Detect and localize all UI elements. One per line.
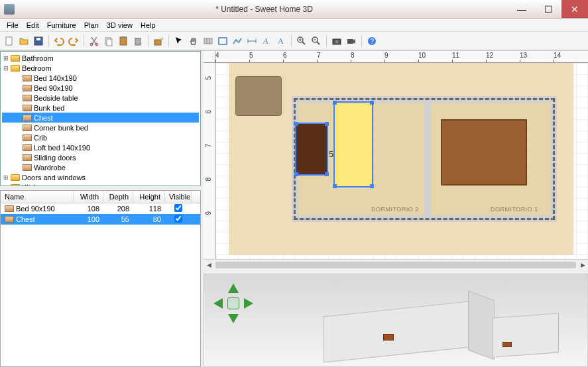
minimize-button[interactable]: — <box>508 0 535 18</box>
selected-bed[interactable] <box>333 101 373 187</box>
save-button[interactable] <box>32 34 45 48</box>
video-button[interactable] <box>345 34 358 48</box>
select-tool[interactable] <box>172 34 186 48</box>
furniture-row[interactable]: Bed 90x190108208118 <box>1 203 200 214</box>
furniture-icon <box>22 103 32 113</box>
tree-item-corner-bunk-bed[interactable]: Corner bunk bed <box>2 123 199 132</box>
svg-text:A: A <box>263 36 268 46</box>
nav-right-icon[interactable] <box>244 298 253 309</box>
col-name-header[interactable]: Name <box>1 191 74 203</box>
ruler-tick: 6 <box>205 110 212 114</box>
furniture-row[interactable]: Chest1005580 <box>1 214 200 225</box>
ruler-corner <box>204 51 215 62</box>
expand-icon[interactable]: ⊞ <box>2 174 10 181</box>
redo-button[interactable] <box>67 34 80 48</box>
room-tool[interactable] <box>216 34 229 48</box>
copy-button[interactable] <box>102 34 115 48</box>
plan-h-scrollbar[interactable]: ◀ ▶ <box>204 259 588 270</box>
furniture-icon <box>22 133 32 142</box>
nav-down-icon[interactable] <box>228 314 239 323</box>
tree-item-bathroom[interactable]: ⊞Bathroom <box>2 53 199 63</box>
cut-button[interactable] <box>88 34 101 48</box>
svg-rect-9 <box>135 38 141 45</box>
open-button[interactable] <box>17 34 30 48</box>
tree-item-label: Doors and windows <box>22 174 86 182</box>
app-window: * Untitled - Sweet Home 3D — ☐ ✕ FileEdi… <box>0 0 588 367</box>
pan-tool[interactable] <box>187 34 200 48</box>
photo-button[interactable] <box>330 34 343 48</box>
text-tool-2[interactable]: A <box>274 34 288 48</box>
tree-item-bed-140-190[interactable]: Bed 140x190 <box>2 73 199 83</box>
polyline-tool[interactable] <box>231 34 244 48</box>
furniture-list-header[interactable]: Name Width Depth Height Visible <box>1 191 200 203</box>
visible-checkbox[interactable] <box>174 215 182 223</box>
tree-item-chest[interactable]: Chest <box>2 113 199 123</box>
cell-height: 80 <box>133 215 165 223</box>
menu-help[interactable]: Help <box>137 20 160 30</box>
maximize-button[interactable]: ☐ <box>535 0 561 18</box>
dimension-tool[interactable] <box>245 34 259 48</box>
menu-edit[interactable]: Edit <box>23 20 43 30</box>
expand-icon[interactable]: ⊞ <box>2 55 10 62</box>
wall-tool[interactable] <box>202 34 215 48</box>
scroll-thumb[interactable] <box>215 262 576 268</box>
tree-item-bedside-table[interactable]: Bedside table <box>2 93 199 103</box>
visible-checkbox[interactable] <box>174 204 182 212</box>
svg-rect-8 <box>121 36 125 38</box>
inner-wall[interactable] <box>424 103 431 215</box>
ruler-tick: 5 <box>249 52 253 59</box>
scroll-left-icon[interactable]: ◀ <box>204 262 214 268</box>
text-tool[interactable]: A <box>260 34 273 48</box>
ruler-h-ticks: 4567891011121314 <box>215 51 588 62</box>
col-visible-header[interactable]: Visible <box>165 191 192 203</box>
nav-left-icon[interactable] <box>213 298 223 309</box>
menu-furniture[interactable]: Furniture <box>43 20 80 30</box>
nav-center[interactable] <box>227 297 239 309</box>
menu-3d-view[interactable]: 3D view <box>103 20 137 30</box>
furniture-icon <box>5 205 14 212</box>
tree-item-sliding-doors[interactable]: Sliding doors <box>2 152 199 162</box>
menu-plan[interactable]: Plan <box>80 20 103 30</box>
nav-up-icon[interactable] <box>228 284 239 293</box>
tree-item-wardrobe[interactable]: Wardrobe <box>2 162 199 172</box>
ruler-tick: 9 <box>384 52 388 59</box>
svg-rect-0 <box>6 37 12 45</box>
rug-shape[interactable] <box>441 119 527 185</box>
vertical-ruler: 56789 <box>204 63 215 259</box>
ruler-tick: 12 <box>486 52 493 59</box>
scroll-right-icon[interactable]: ▶ <box>577 262 588 268</box>
view-3d[interactable] <box>204 274 588 367</box>
tree-item-doors-and-windows[interactable]: ⊞Doors and windows <box>2 172 199 182</box>
expand-icon[interactable]: ⊟ <box>2 65 10 72</box>
zoom-out-button[interactable] <box>310 34 323 48</box>
tree-item-loft-bed-140-190[interactable]: Loft bed 140x190 <box>2 142 199 152</box>
help-button[interactable]: ? <box>365 34 379 48</box>
furniture-icon <box>5 216 14 223</box>
ruler-tick: 8 <box>351 52 355 59</box>
tree-item-bunk-bed[interactable]: Bunk bed <box>2 103 199 113</box>
title-bar: * Untitled - Sweet Home 3D — ☐ ✕ <box>0 0 588 19</box>
furniture-catalog-tree[interactable]: ⊞Bathroom⊟BedroomBed 140x190Bed 90x190Be… <box>0 51 201 186</box>
delete-button[interactable] <box>131 34 145 48</box>
zoom-in-button[interactable] <box>295 34 308 48</box>
plan-canvas[interactable]: 5.08 m² 5.14 m² DORMITORIO 2 DORMITORIO … <box>215 63 588 259</box>
col-width-header[interactable]: Width <box>74 191 103 203</box>
add-furniture-button[interactable]: + <box>152 34 165 48</box>
undo-button[interactable] <box>52 34 66 48</box>
close-button[interactable]: ✕ <box>561 0 588 18</box>
svg-rect-16 <box>219 38 227 44</box>
tree-item-bed-90-190[interactable]: Bed 90x190 <box>2 83 199 93</box>
menu-file[interactable]: File <box>3 20 23 30</box>
paste-button[interactable] <box>117 34 130 48</box>
selected-chest[interactable] <box>295 123 328 176</box>
cell-depth: 208 <box>103 205 133 213</box>
col-depth-header[interactable]: Depth <box>103 191 133 203</box>
tree-item-bedroom[interactable]: ⊟Bedroom <box>2 63 199 73</box>
sofa-shape[interactable] <box>235 76 282 116</box>
ruler-tick: 6 <box>283 52 287 59</box>
new-button[interactable] <box>3 34 16 48</box>
col-height-header[interactable]: Height <box>133 191 165 203</box>
furniture-list-body[interactable]: Bed 90x190108208118Chest1005580 <box>1 203 200 366</box>
room-walls[interactable]: 5.08 m² 5.14 m² DORMITORIO 2 DORMITORIO … <box>292 96 557 222</box>
tree-item-crib[interactable]: Crib <box>2 132 199 142</box>
